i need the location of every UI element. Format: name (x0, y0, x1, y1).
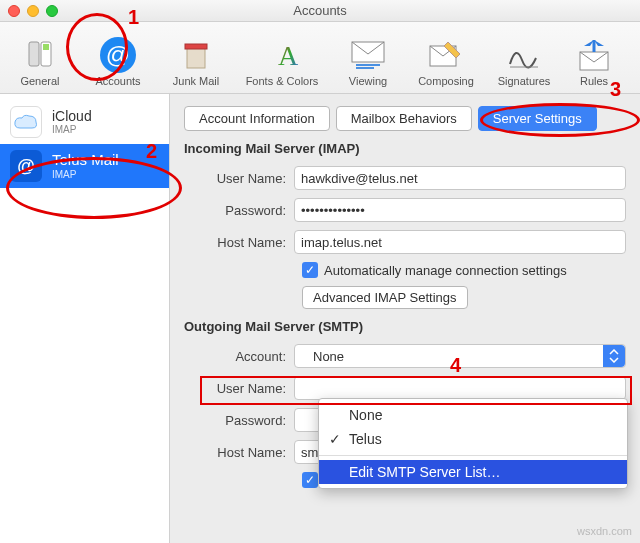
svg-rect-6 (185, 44, 207, 49)
account-name: iCloud (52, 108, 92, 125)
toolbar-label: Junk Mail (173, 75, 219, 87)
smtp-account-dropdown[interactable]: None ✓ Telus Edit SMTP Server List… (318, 398, 628, 489)
tab-bar: Account Information Mailbox Behaviors Se… (184, 106, 626, 131)
window-title: Accounts (0, 3, 640, 18)
dropdown-separator (319, 455, 627, 456)
outgoing-password-label: Password: (184, 413, 294, 428)
svg-text:@: @ (106, 41, 130, 68)
rules-icon (574, 35, 614, 75)
chevron-updown-icon (603, 345, 625, 367)
toolbar-label: Accounts (95, 75, 140, 87)
outgoing-account-value: None (301, 349, 344, 364)
incoming-auto-checkbox[interactable]: ✓ (302, 262, 318, 278)
outgoing-hostname-label: Host Name: (184, 445, 294, 460)
preferences-toolbar: General @ Accounts Junk Mail A Fonts & C… (0, 22, 640, 94)
svg-rect-0 (29, 42, 39, 66)
titlebar: Accounts (0, 0, 640, 22)
toolbar-label: Signatures (498, 75, 551, 87)
annotation-number-4: 4 (450, 354, 461, 377)
dropdown-option-label: Telus (349, 431, 382, 447)
at-icon: @ (10, 150, 42, 182)
at-icon: @ (98, 35, 138, 75)
tab-mailbox-behaviors[interactable]: Mailbox Behaviors (336, 106, 472, 131)
check-icon: ✓ (329, 431, 341, 447)
watermark: wsxdn.com (577, 525, 632, 537)
incoming-username-label: User Name: (184, 171, 294, 186)
dropdown-option-telus[interactable]: ✓ Telus (319, 427, 627, 451)
trash-icon (176, 35, 216, 75)
account-name: Telus Mail (52, 151, 119, 169)
advanced-imap-button[interactable]: Advanced IMAP Settings (302, 286, 468, 309)
outgoing-username-field[interactable] (294, 376, 626, 400)
tab-account-information[interactable]: Account Information (184, 106, 330, 131)
annotation-number-2: 2 (146, 140, 157, 163)
toolbar-label: Rules (580, 75, 608, 87)
toolbar-viewing[interactable]: Viewing (330, 35, 406, 91)
toolbar-label: Fonts & Colors (246, 75, 319, 87)
svg-rect-5 (187, 48, 205, 68)
tab-server-settings[interactable]: Server Settings (478, 106, 597, 131)
toolbar-accounts[interactable]: @ Accounts (80, 35, 156, 91)
incoming-hostname-label: Host Name: (184, 235, 294, 250)
fonts-icon: A (262, 35, 302, 75)
incoming-username-field[interactable]: hawkdive@telus.net (294, 166, 626, 190)
toolbar-fonts[interactable]: A Fonts & Colors (236, 35, 328, 91)
incoming-password-label: Password: (184, 203, 294, 218)
dropdown-option-label: None (349, 407, 382, 423)
incoming-hostname-field[interactable]: imap.telus.net (294, 230, 626, 254)
switch-icon (20, 35, 60, 75)
sidebar-account-telus[interactable]: @ Telus Mail IMAP (0, 144, 169, 188)
toolbar-label: Viewing (349, 75, 387, 87)
dropdown-option-label: Edit SMTP Server List… (349, 464, 500, 480)
incoming-auto-label: Automatically manage connection settings (324, 263, 567, 278)
toolbar-label: Composing (418, 75, 474, 87)
account-type: IMAP (52, 124, 92, 136)
toolbar-composing[interactable]: Composing (408, 35, 484, 91)
outgoing-username-label: User Name: (184, 381, 294, 396)
toolbar-general[interactable]: General (2, 35, 78, 91)
sidebar-account-icloud[interactable]: iCloud IMAP (0, 100, 169, 144)
incoming-password-field[interactable]: •••••••••••••• (294, 198, 626, 222)
annotation-number-1: 1 (128, 6, 139, 29)
svg-text:A: A (278, 40, 299, 71)
outgoing-auto-checkbox[interactable]: ✓ (302, 472, 318, 488)
toolbar-signatures[interactable]: Signatures (486, 35, 562, 91)
svg-rect-2 (43, 44, 49, 50)
account-type: IMAP (52, 169, 119, 181)
compose-icon (426, 35, 466, 75)
toolbar-label: General (20, 75, 59, 87)
incoming-heading: Incoming Mail Server (IMAP) (184, 141, 626, 156)
dropdown-option-none[interactable]: None (319, 403, 627, 427)
dropdown-edit-smtp[interactable]: Edit SMTP Server List… (319, 460, 627, 484)
annotation-number-3: 3 (610, 78, 621, 101)
signature-icon (504, 35, 544, 75)
outgoing-heading: Outgoing Mail Server (SMTP) (184, 319, 626, 334)
cloud-icon (10, 106, 42, 138)
outgoing-account-label: Account: (184, 349, 294, 364)
accounts-sidebar: iCloud IMAP @ Telus Mail IMAP (0, 94, 170, 543)
envelope-lines-icon (348, 35, 388, 75)
toolbar-junk[interactable]: Junk Mail (158, 35, 234, 91)
